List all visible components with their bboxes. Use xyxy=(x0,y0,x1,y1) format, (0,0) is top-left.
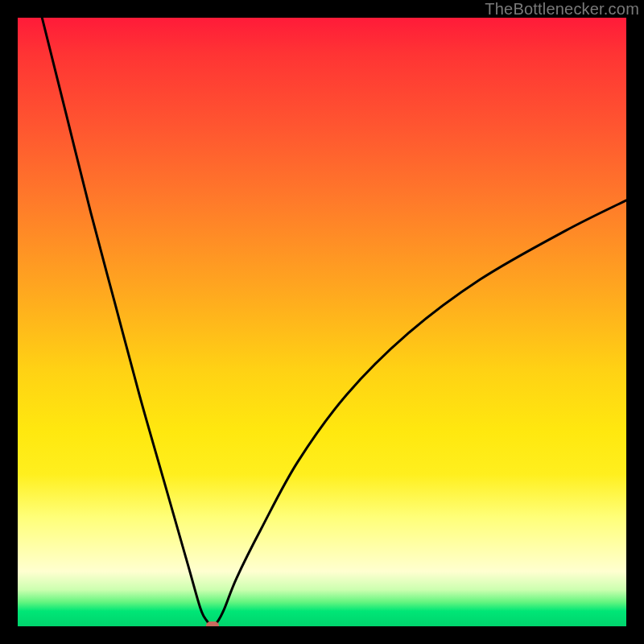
optimal-point-marker xyxy=(206,621,219,626)
chart-frame xyxy=(18,18,626,626)
bottleneck-curve xyxy=(18,18,626,626)
watermark-text: TheBottlenecker.com xyxy=(485,0,639,19)
